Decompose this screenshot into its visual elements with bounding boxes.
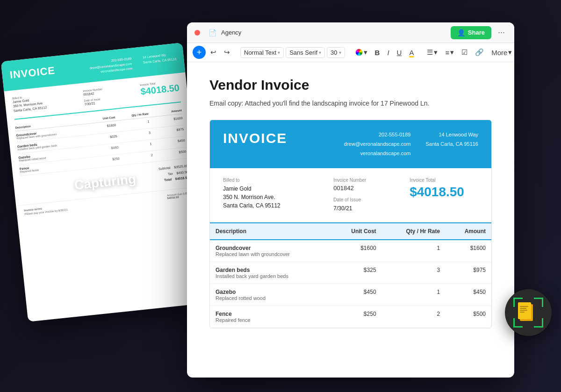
table-row: Fence Repaired fence $250 2 $500	[210, 306, 491, 328]
corner-br	[534, 318, 543, 328]
color-picker-button[interactable]: ▾	[352, 46, 370, 58]
redo-icon: ↪	[224, 48, 230, 57]
chevron-down-icon: ▾	[450, 48, 454, 57]
chevron-down-icon: ▾	[508, 48, 512, 57]
color-circle-icon	[355, 49, 363, 56]
invoice-contact: 202-555-0189 drew@veronalandscape.com ve…	[344, 130, 411, 158]
more-formatting-button[interactable]: More ▾	[489, 46, 514, 58]
highlight-button[interactable]: A	[406, 47, 417, 58]
table-row: Garden beds Installed back yard garden b…	[210, 262, 491, 284]
font-family-dropdown[interactable]: Sans Serif ▾	[286, 47, 325, 58]
chevron-down-icon: ▾	[278, 50, 280, 55]
bullet-list-button[interactable]: ☰ ▾	[424, 46, 440, 58]
invoice-header: INVOICE 202-555-0189 drew@veronalandscap…	[210, 120, 491, 168]
italic-button[interactable]: I	[384, 47, 392, 58]
invoice-table: Description Unit Cost Qty / Hr Rate Amou…	[210, 222, 491, 328]
link-icon: 🔗	[475, 48, 484, 57]
bg-invoice-address: 14 Lenwood Wy Santa Carla, CA 95116	[142, 52, 176, 65]
undo-button[interactable]: ↩	[208, 46, 219, 58]
corner-tr	[534, 298, 543, 307]
table-header-row: Description Unit Cost Qty / Hr Rate Amou…	[210, 223, 491, 240]
undo-icon: ↩	[210, 48, 216, 57]
bold-button[interactable]: B	[372, 47, 383, 58]
underline-button[interactable]: U	[394, 47, 405, 58]
background-invoice-card: INVOICE 202-555-0189 drew@veronalandscap…	[1, 43, 209, 322]
link-button[interactable]: 🔗	[472, 46, 487, 58]
checklist-icon: ☑	[461, 48, 468, 57]
bg-invoice-logo: INVOICE	[9, 64, 56, 81]
add-content-button[interactable]: +	[193, 46, 206, 59]
title-bar-title: Agency	[221, 29, 241, 36]
chevron-down-icon: ▾	[364, 48, 367, 57]
chevron-down-icon: ▾	[339, 50, 341, 55]
table-row: Gazebo Replaced rotted wood $450 1 $450	[210, 284, 491, 306]
invoice-card: INVOICE 202-555-0189 drew@veronalandscap…	[209, 120, 492, 328]
invoice-address: 14 Lenwood Way Santa Carla, CA 95116	[425, 130, 478, 158]
numbered-list-button[interactable]: ≡ ▾	[442, 46, 457, 58]
toolbar: + ↩ ↪ Normal Text ▾ Sans Serif ▾ 30 ▾ ▾ …	[187, 43, 514, 62]
invoice-billed-section: Billed to Jamie Gold 350 N. Morrison Ave…	[210, 168, 491, 222]
text-style-dropdown[interactable]: Normal Text ▾	[240, 47, 284, 58]
font-size-dropdown[interactable]: 30 ▾	[327, 47, 345, 58]
checklist-button[interactable]: ☑	[459, 46, 470, 58]
bg-invoice-contact: 202-555-0189 drew@veronalandscape.com ve…	[89, 57, 133, 76]
capture-icon[interactable]	[505, 289, 552, 336]
invoice-logo: INVOICE	[223, 130, 287, 146]
chevron-down-icon: ▾	[434, 48, 438, 57]
billed-to-name: Jamie Gold	[223, 185, 326, 193]
more-options-button[interactable]: ···	[496, 26, 507, 39]
title-bar: 📄 Agency 👤 Share ···	[187, 22, 514, 43]
editor-content[interactable]: Vendor Invoice Email copy: Attached you'…	[187, 62, 514, 378]
share-user-icon: 👤	[457, 29, 465, 36]
document-title: Vendor Invoice	[209, 77, 492, 93]
numbered-list-icon: ≡	[445, 49, 449, 57]
table-row: Groundcover Replaced lawn with groundcov…	[210, 240, 491, 262]
bullet-list-icon: ☰	[427, 48, 433, 57]
editor-window: 📄 Agency 👤 Share ··· + ↩ ↪ Normal Text ▾…	[187, 22, 514, 378]
share-button[interactable]: 👤 Share	[451, 26, 491, 39]
doc-pages-icon	[518, 302, 535, 323]
window-close-btn[interactable]	[194, 30, 200, 36]
document-subtitle: Email copy: Attached you'll find the lan…	[209, 99, 492, 108]
chevron-down-icon: ▾	[319, 50, 321, 55]
redo-button[interactable]: ↪	[221, 46, 233, 58]
bg-invoice-body: Billed to Jamie Gold350 N. Morrison Ave.…	[4, 72, 197, 206]
doc-icon: 📄	[209, 29, 216, 36]
